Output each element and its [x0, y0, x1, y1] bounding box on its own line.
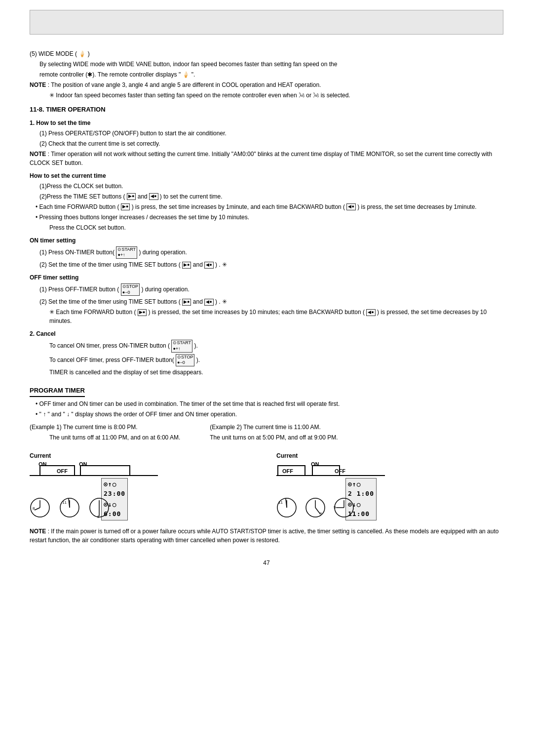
diagram1: Current ON ON OFF ⊙↑○23:00 [30, 452, 257, 518]
d2-disp-line1: ⊙↑○2 1:00 [348, 479, 374, 499]
off-timer-btn-icon: ⊙STOP●−0 [121, 283, 140, 296]
bwd-icon2: ◀● [204, 262, 213, 269]
timer-line1: (1) Press OPERATE/STOP (ON/OFF) button t… [39, 129, 503, 138]
d2-bracket4 [339, 465, 340, 476]
svg-text:8: 8 [33, 506, 35, 511]
clock-8: 8 [30, 497, 50, 518]
example1-text: (Example 1) The current time is 8:00 PM.… [30, 423, 180, 443]
svg-text:9: 9 [334, 505, 336, 510]
on-timer-btn-icon: ⊙START●+↑ [116, 246, 137, 259]
clock-6: 6 [89, 497, 110, 518]
program-bullet1: • OFF timer and ON timer can be used in … [36, 399, 503, 408]
d2-bar-top2 [312, 465, 339, 466]
off-timer-step1: (1) Press OFF-TIMER button ( ⊙STOP●−0 ) … [39, 283, 503, 296]
svg-text:11: 11 [62, 500, 67, 505]
d1-bracket2 [74, 465, 75, 476]
d1-timeline [30, 475, 158, 476]
diagrams-row: Current ON ON OFF ⊙↑○23:00 [30, 452, 503, 518]
timer-note: NOTE : Timer operation will not work wit… [30, 150, 503, 167]
clock-5-d2: 5 [305, 497, 326, 518]
d1-bracket3 [80, 465, 81, 476]
d2-bracket2 [305, 465, 305, 476]
on-timer-title: ON timer setting [30, 236, 503, 245]
bwd-icon3: ◀● [204, 299, 213, 306]
wide-mode-line1: By selecting WIDE mode with WIDE VANE bu… [39, 60, 503, 69]
diagram1-area: ON ON OFF ⊙↑○23:00 ⊙↓○6:00 [30, 461, 158, 518]
fwd-icon3: ▶● [182, 299, 191, 306]
fwd-icon2: ▶● [182, 262, 191, 269]
d2-bracket1 [277, 465, 278, 476]
d1-bracket1 [39, 465, 40, 476]
wide-mode-note-indent: ✳ Indoor fan speed becomes faster than s… [49, 91, 503, 100]
diagram2-current-label: Current [276, 452, 298, 459]
clock-11: 11 [59, 497, 80, 518]
example2-line: The unit turns on at 5:00 PM, and off at… [210, 433, 338, 442]
forward-btn-icon: ▶● [127, 193, 136, 200]
program-timer-section: PROGRAM TIMER • OFF timer and ON timer c… [30, 386, 503, 545]
how-to-set-time: 1. How to set the time [30, 119, 503, 127]
svg-text:11: 11 [278, 500, 283, 505]
on-timer-step2: (2) Set the time of the timer using TIME… [39, 260, 503, 269]
bullet2: • Pressing thoes buttons longer increase… [36, 213, 503, 222]
svg-line-2 [35, 508, 40, 510]
d1-bracket4 [129, 465, 130, 476]
diagram1-current-label: Current [30, 452, 51, 459]
d1-disp-line1: ⊙↑○23:00 [104, 479, 125, 499]
wide-mode-section: (5) WIDE MODE ( 🍦 ) By selecting WIDE mo… [30, 49, 503, 100]
cancel-line3: TIMER is cancelled and the display of se… [49, 368, 503, 377]
bullet3: Press the CLOCK set button. [49, 223, 503, 232]
d2-off-label2: OFF [335, 468, 345, 474]
off-timer-title: OFF timer setting [30, 273, 503, 282]
cancel-line1: To cancel ON timer, press ON-TIMER butto… [49, 340, 503, 352]
d1-clocks: 8 11 6 [30, 497, 110, 518]
d2-timeline [276, 475, 385, 476]
examples-row: (Example 1) The current time is 8:00 PM.… [30, 423, 503, 443]
wide-mode-title: (5) WIDE MODE ( 🍦 ) [30, 49, 503, 58]
diagram2-area: ON OFF OFF ⊙↑○2 1:00 ⊙↓○11:00 [276, 461, 405, 518]
d2-bar-top1 [277, 465, 305, 466]
example1-line: The unit turns off at 11:00 PM, and on a… [49, 433, 180, 442]
wide-mode-line2: remote controller (✱). The remote contro… [39, 70, 503, 79]
timer-operation-title: 11-8. TIMER OPERATION [30, 105, 503, 115]
d2-bracket3 [312, 465, 313, 476]
example2-label: (Example 2) The current time is 11:00 AM… [210, 423, 338, 432]
wide-mode-note: NOTE : The position of vane angle 3, ang… [30, 80, 503, 89]
bwd-icon4: ◀● [366, 309, 375, 316]
d2-off-label1: OFF [282, 468, 293, 474]
off-timer-step2: (2) Set the time of the timer using TIME… [39, 297, 503, 306]
svg-text:6: 6 [97, 515, 100, 518]
current-step2: (2)Press the TIME SET buttons ( ▶● and ◀… [39, 192, 503, 201]
example1-label: (Example 1) The current time is 8:00 PM. [30, 423, 180, 432]
clock-11-d2: 11 [276, 497, 297, 518]
off-timer-note: ✳ Each time FORWARD button ( ▶● ) is pre… [49, 308, 503, 325]
diagram2: Current ON OFF OFF ⊙↑○2 1:00 ⊙↓ [276, 452, 503, 518]
bullet1: • Each time FORWARD button ( ▶● ) is pre… [36, 202, 503, 211]
on-timer-cancel-icon: ⊙START●+↑ [171, 340, 192, 352]
svg-text:5: 5 [320, 512, 322, 516]
program-note: NOTE : If the main power is turned off o… [30, 527, 503, 545]
fwd-icon: ▶● [121, 203, 130, 210]
page-number: 47 [30, 559, 503, 566]
timer-line2: (2) Check that the current time is set c… [39, 139, 503, 148]
cancel-line2: To cancel OFF timer, press OFF-TIMER but… [49, 354, 503, 366]
current-step1: (1)Press the CLOCK set button. [39, 182, 503, 191]
program-bullet2: • " ↑ " and " ↓ " display shows the orde… [36, 410, 503, 419]
off-timer-cancel-icon: ⊙STOP●−0 [176, 354, 194, 366]
program-timer-title: PROGRAM TIMER [30, 386, 85, 397]
on-timer-step1: (1) Press ON-TIMER button( ⊙START●+↑ ) d… [39, 246, 503, 259]
d2-clocks: 11 5 9 [276, 497, 354, 518]
timer-operation-section: 11-8. TIMER OPERATION 1. How to set the … [30, 105, 503, 377]
bwd-icon: ◀● [346, 203, 355, 210]
example2-text: (Example 2) The current time is 11:00 AM… [210, 423, 338, 443]
d1-bar-top2 [80, 465, 129, 466]
fwd-icon4: ▶● [138, 309, 147, 316]
how-to-current-title: How to set the current time [30, 171, 503, 180]
header-box [30, 10, 503, 35]
d1-bar-top [39, 465, 74, 466]
backward-btn-icon: ◀● [149, 193, 158, 200]
clock-9-d2: 9 [334, 497, 354, 518]
cancel-title: 2. Cancel [30, 329, 503, 338]
d1-off-label: OFF [57, 468, 68, 474]
